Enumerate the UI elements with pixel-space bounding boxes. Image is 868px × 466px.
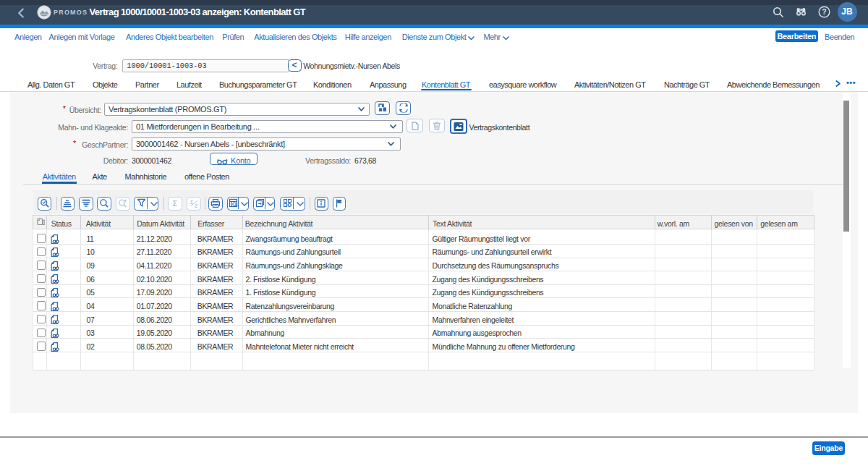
svg-text:?: ? [822, 7, 826, 16]
svg-text:Σ: Σ [173, 199, 177, 208]
svg-text:2: 2 [195, 203, 197, 208]
svg-text:Σ: Σ [190, 200, 193, 205]
